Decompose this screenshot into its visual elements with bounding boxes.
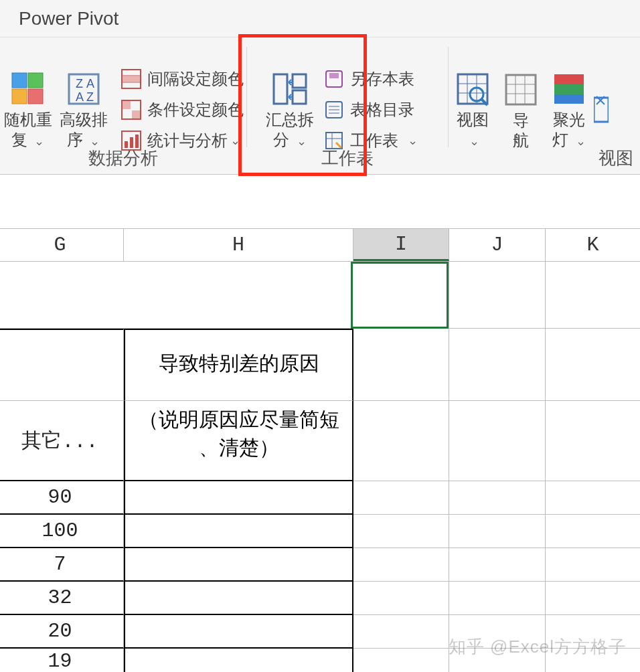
partial-button[interactable] [593,85,613,131]
advanced-sort-button[interactable]: Z A A Z 高级排 序 ⌄ [56,64,111,151]
svg-text:Z: Z [86,90,94,104]
cell[interactable] [546,262,640,329]
cell[interactable] [353,481,449,515]
spreadsheet[interactable]: G H I J K 其它... 导致特别差的原因 （说明原因应尽量简短 、清楚）… [0,228,640,672]
table-row: 7 [0,548,640,582]
interval-color-button[interactable]: 间隔设定颜色 [115,64,246,94]
cell[interactable] [449,481,546,515]
spotlight-icon [550,68,588,110]
cell[interactable] [0,262,124,329]
cell[interactable]: 19 [0,649,124,672]
cell[interactable] [0,329,124,401]
cell[interactable] [546,548,640,582]
cell[interactable] [449,401,546,481]
chevron-down-icon: ⌄ [87,135,100,148]
col-header-k[interactable]: K [546,229,640,261]
cell[interactable] [353,262,449,329]
chevron-down-icon: ⌄ [228,133,240,148]
table-toc-button[interactable]: 表格目录 [318,94,420,125]
col-header-g[interactable]: G [0,229,124,261]
conditional-color-button[interactable]: 条件设定颜色 [115,94,246,125]
cell[interactable]: 其它... [0,401,124,481]
conditional-color-icon [118,100,145,120]
svg-rect-39 [506,75,536,104]
tab-power-pivot[interactable]: Power Pivot [19,8,118,29]
spotlight-button[interactable]: 聚光 灯 ⌄ [545,64,593,151]
chevron-down-icon: ⌄ [467,135,479,148]
svg-rect-1 [28,73,43,88]
cell[interactable] [546,481,640,515]
interval-color-label: 间隔设定颜色 [145,68,244,90]
cell[interactable] [124,515,353,548]
svg-rect-12 [123,76,140,82]
cell[interactable] [546,582,640,615]
advanced-sort-label: 高级排 序 [60,110,108,149]
grid-row [0,262,640,329]
merged-header-h: 导致特别差的原因 （说明原因应尽量简短 、清楚） [124,330,353,481]
table-row: 100 [0,515,640,548]
cell[interactable] [124,582,353,615]
view-button[interactable]: 视图⌄ [449,64,497,151]
worksheet-stack: 另存本表 表格目录 工作表 ⌄ [318,60,420,156]
table-row: 90 [0,481,640,515]
cell[interactable] [353,515,449,548]
cell[interactable]: 90 [0,481,124,515]
cell[interactable] [353,329,449,401]
svg-rect-19 [135,135,139,148]
merge-split-icon [271,68,309,110]
chevron-down-icon: ⌄ [573,135,586,148]
watermark: 知乎 @Excel方方格子 [449,635,627,659]
nav-button[interactable]: 导 航 [497,65,545,151]
svg-rect-44 [554,74,584,84]
view-label: 视图 [457,110,489,129]
cell[interactable] [449,515,546,548]
chevron-down-icon: ⌄ [31,135,44,148]
view-icon [454,68,491,110]
cell[interactable] [353,649,449,672]
cell[interactable] [449,548,546,582]
random-repeat-button[interactable]: 随机重 复 ⌄ [0,64,56,151]
cell[interactable] [449,329,546,401]
cell[interactable] [353,615,449,649]
group-label-data-analysis: 数据分析 [0,147,246,170]
cell[interactable]: 20 [0,615,124,649]
cell[interactable] [124,262,353,329]
cell[interactable]: 32 [0,582,124,615]
cell[interactable] [353,401,449,481]
cell[interactable] [546,515,640,548]
ribbon-group-worksheet: 汇总拆 分 ⌄ 另存本表 表格目录 工作表 ⌄ [247,37,448,174]
save-table-icon [321,69,347,89]
cell[interactable] [353,548,449,582]
cell[interactable] [124,481,353,515]
svg-text:A: A [86,77,94,90]
cell[interactable] [124,649,353,672]
cell[interactable] [449,262,546,329]
cell[interactable]: 100 [0,515,124,548]
cell[interactable] [124,548,353,582]
svg-rect-46 [554,94,584,104]
cell[interactable] [546,401,640,481]
save-table-button[interactable]: 另存本表 [318,64,420,94]
cell[interactable] [546,329,640,401]
cell[interactable]: 7 [0,548,124,582]
svg-rect-15 [132,110,140,118]
cell[interactable] [449,582,546,615]
svg-rect-0 [12,73,27,88]
col-header-h[interactable]: H [124,229,353,261]
nav-label: 导 航 [513,110,529,151]
col-header-j[interactable]: J [449,229,546,261]
svg-rect-45 [554,84,584,94]
svg-text:Z: Z [76,77,83,90]
ribbon-group-data-analysis: 随机重 复 ⌄ Z A A Z 高级排 序 ⌄ 间隔设定颜色 [0,37,246,174]
col-header-i[interactable]: I [353,229,449,261]
nav-icon [502,69,540,110]
cell[interactable] [353,582,449,615]
svg-rect-22 [293,90,306,104]
data-analysis-stack: 间隔设定颜色 条件设定颜色 统计与分析⌄ [115,60,246,156]
cell[interactable] [124,615,353,649]
chevron-down-icon: ⌄ [294,135,307,148]
table-row: 32 [0,582,640,615]
partial-icon [594,89,609,131]
merge-split-button[interactable]: 汇总拆 分 ⌄ [262,64,318,151]
svg-rect-3 [28,89,43,104]
